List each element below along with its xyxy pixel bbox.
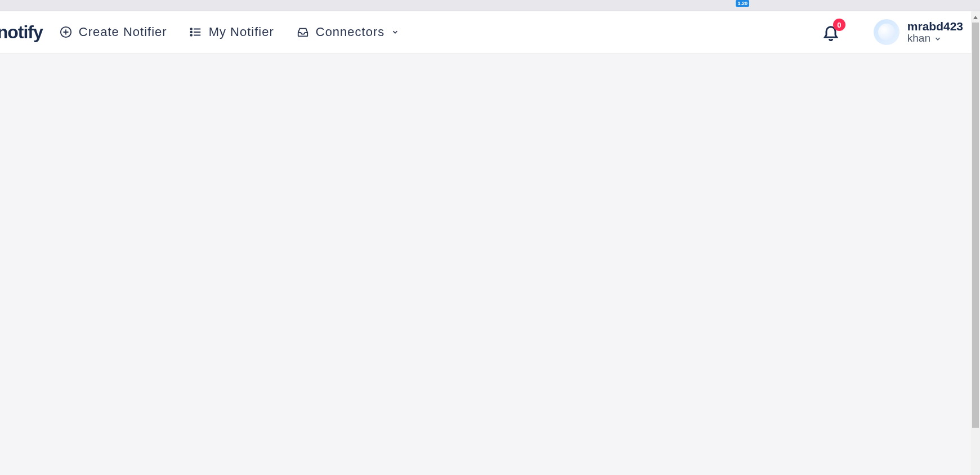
- browser-chrome-strip: 1.20: [0, 0, 980, 11]
- nav-my-notifier[interactable]: My Notifier: [190, 25, 274, 39]
- scroll-up-icon[interactable]: [972, 14, 979, 21]
- user-menu[interactable]: mrabd423 khan: [874, 19, 963, 45]
- nav-my-label: My Notifier: [209, 25, 274, 39]
- app-header: lsnotify Create Notifier My Notifier Con…: [0, 11, 980, 53]
- user-subname: khan: [907, 33, 930, 44]
- page-scrollbar[interactable]: [971, 11, 980, 53]
- list-icon: [190, 26, 202, 38]
- notification-count-badge: 0: [833, 19, 845, 31]
- chevron-down-icon: [934, 35, 942, 43]
- chevron-down-icon: [391, 28, 399, 36]
- user-name: mrabd423: [907, 20, 963, 33]
- logo-part-2: notify: [0, 22, 43, 42]
- nav-connectors[interactable]: Connectors: [297, 25, 400, 39]
- avatar: [874, 19, 900, 45]
- app-logo[interactable]: lsnotify: [0, 22, 60, 43]
- svg-point-2: [190, 32, 192, 33]
- plus-circle-icon: [60, 26, 72, 38]
- scroll-thumb[interactable]: [972, 23, 979, 53]
- nav-create-notifier[interactable]: Create Notifier: [60, 25, 167, 39]
- nav-create-label: Create Notifier: [79, 25, 167, 39]
- svg-point-1: [190, 28, 192, 30]
- nav-connectors-label: Connectors: [316, 25, 385, 39]
- svg-point-3: [190, 34, 192, 36]
- extension-badge: 1.20: [736, 0, 749, 7]
- notifications-button[interactable]: 0: [822, 23, 840, 41]
- inbox-icon: [297, 26, 309, 38]
